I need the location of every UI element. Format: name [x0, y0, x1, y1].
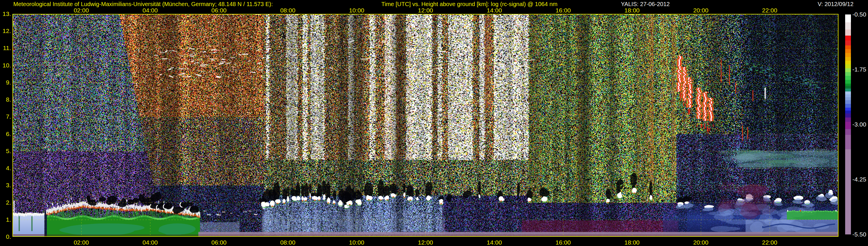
- colorbar-segment: [845, 104, 851, 107]
- y-tick-label: 10.: [0, 62, 11, 69]
- x-tick-label-bottom: 04:00: [137, 239, 163, 246]
- colorbar-segment: [845, 107, 851, 111]
- colorbar-segment: [845, 30, 851, 36]
- colorbar-segment: [845, 97, 851, 100]
- y-tick-label: 13.: [0, 10, 11, 18]
- colorbar-segment: [845, 53, 851, 57]
- colorbar-tick-label: -5.50: [852, 231, 866, 238]
- colorbar-segment: [845, 57, 851, 61]
- x-tick-label-bottom: 12:00: [412, 239, 439, 246]
- x-tick-label-top: 04:00: [137, 7, 163, 14]
- version-label: V: 2012/09/12: [818, 1, 854, 7]
- x-tick-label-bottom: 10:00: [344, 239, 370, 246]
- y-tick-label: 9.: [0, 79, 11, 86]
- y-tick-label: 6.: [0, 130, 11, 137]
- colorbar-segment: [845, 68, 851, 72]
- x-tick-label-bottom: 16:00: [550, 239, 576, 246]
- y-tick-label: 7.: [0, 113, 11, 120]
- colorbar-segment: [845, 14, 851, 22]
- colorbar-segment: [845, 72, 851, 76]
- colorbar-segment: [845, 135, 851, 149]
- colorbar-segment: [845, 76, 851, 80]
- plot-title: Time [UTC] vs. Height above ground [km]:…: [381, 1, 558, 7]
- y-tick-label: 0.: [0, 233, 11, 240]
- colorbar-segment: [845, 86, 851, 89]
- colorbar-segment: [845, 129, 851, 135]
- colorbar-segment: [845, 89, 851, 91]
- colorbar-segment: [845, 45, 851, 49]
- colorbar-segment: [845, 94, 851, 97]
- colorbar-tick-label: -0.50: [852, 11, 866, 18]
- y-tick-label: 12.: [0, 28, 11, 34]
- x-tick-label-top: 08:00: [275, 7, 301, 14]
- colorbar-segment: [845, 111, 851, 114]
- x-tick-label-bottom: 14:00: [481, 239, 507, 246]
- colorbar-tick-label: -4.25: [852, 176, 866, 183]
- y-tick-label: 3.: [0, 182, 11, 189]
- colorbar-segment: [845, 36, 851, 40]
- colorbar-segment: [845, 91, 851, 94]
- colorbar-segment: [845, 80, 851, 84]
- x-tick-label-bottom: 08:00: [275, 239, 301, 246]
- colorbar-segment: [845, 64, 851, 68]
- colorbar-segment: [845, 22, 851, 30]
- y-tick-label: 5.: [0, 148, 11, 155]
- x-tick-label-top: 20:00: [688, 7, 714, 14]
- y-tick-label: 1.: [0, 216, 11, 223]
- colorbar: [845, 14, 851, 235]
- x-tick-label-top: 10:00: [344, 7, 370, 14]
- y-tick-label: 8.: [0, 96, 11, 103]
- colorbar-segment: [845, 149, 851, 235]
- x-tick-label-top: 14:00: [481, 7, 507, 14]
- colorbar-segment: [845, 49, 851, 53]
- x-tick-label-bottom: 22:00: [756, 239, 783, 246]
- colorbar-segment: [845, 40, 851, 45]
- heatmap-plot: [12, 14, 838, 237]
- x-tick-label-top: 02:00: [68, 7, 94, 14]
- x-tick-label-bottom: 20:00: [688, 239, 714, 246]
- x-tick-label-top: 12:00: [412, 7, 439, 14]
- y-tick-label: 2.: [0, 199, 11, 206]
- lidar-quicklook-screen: Meteorological Institute of Ludwig-Maxim…: [0, 0, 868, 246]
- colorbar-segment: [845, 100, 851, 104]
- y-tick-label: 11.: [0, 44, 11, 52]
- x-tick-label-top: 18:00: [619, 7, 645, 14]
- colorbar-segment: [845, 118, 851, 122]
- colorbar-tick-label: -3.00: [852, 121, 866, 128]
- colorbar-segment: [845, 122, 851, 129]
- colorbar-segment: [845, 84, 851, 86]
- x-tick-label-bottom: 02:00: [68, 239, 94, 246]
- colorbar-segment: [845, 61, 851, 65]
- x-tick-label-top: 16:00: [550, 7, 576, 14]
- y-tick-label: 4.: [0, 165, 11, 172]
- instrument-date: YALIS: 27-06-2012: [621, 1, 670, 7]
- colorbar-segment: [845, 114, 851, 118]
- x-tick-label-bottom: 18:00: [619, 239, 645, 246]
- colorbar-tick-label: -1.75: [852, 66, 866, 73]
- x-tick-label-bottom: 06:00: [206, 239, 232, 246]
- station-title: Meteorological Institute of Ludwig-Maxim…: [13, 1, 273, 7]
- x-tick-label-top: 06:00: [206, 7, 232, 14]
- x-tick-label-top: 22:00: [756, 7, 783, 14]
